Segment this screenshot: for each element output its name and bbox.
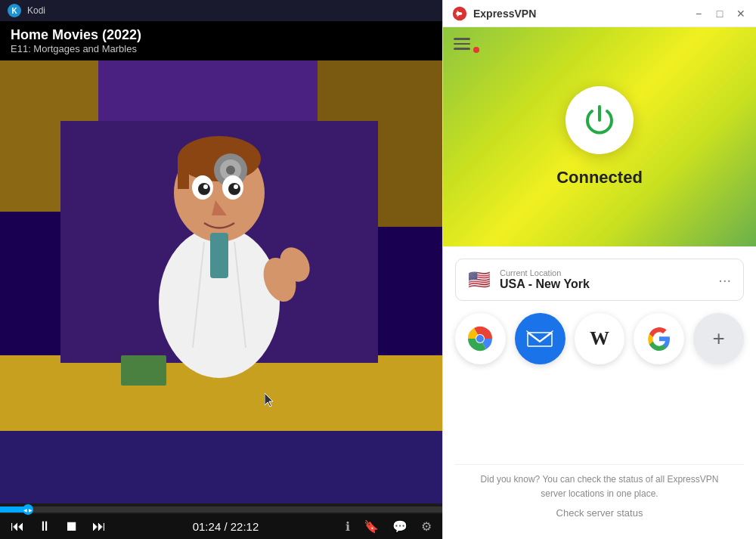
menu-line-3 xyxy=(454,48,470,50)
vpn-shortcuts-row: W + xyxy=(455,313,744,364)
svg-point-18 xyxy=(203,184,208,189)
vpn-maximize-button[interactable]: □ xyxy=(714,8,726,20)
svg-rect-10 xyxy=(178,159,189,189)
gmail-icon xyxy=(526,328,553,349)
vpn-location-card[interactable]: 🇺🇸 Current Location USA - New York ··· xyxy=(455,259,744,301)
vpn-header: Connected xyxy=(443,27,756,246)
svg-rect-27 xyxy=(456,12,462,14)
kodi-title: Kodi xyxy=(27,5,45,16)
expressvpn-logo xyxy=(452,6,467,21)
vpn-location-label: Current Location xyxy=(500,268,709,277)
svg-rect-20 xyxy=(210,233,228,278)
vpn-shortcut-add[interactable]: + xyxy=(693,313,744,364)
kodi-time-display: 01:24 / 22:12 xyxy=(106,520,345,533)
svg-point-19 xyxy=(234,184,238,189)
vpn-window-controls: − □ ✕ xyxy=(692,8,747,20)
vpn-section: ExpressVPN − □ ✕ xyxy=(442,0,756,539)
vpn-body: 🇺🇸 Current Location USA - New York ··· xyxy=(443,246,756,539)
kodi-progress-area xyxy=(0,503,442,514)
plus-icon: + xyxy=(712,328,724,349)
vpn-footer-info: Did you know? You can check the status o… xyxy=(470,472,729,501)
kodi-seekbar-thumb[interactable] xyxy=(23,504,33,515)
kodi-current-time: 01:24 xyxy=(193,520,222,533)
kodi-settings-icon[interactable]: ⚙ xyxy=(421,519,432,534)
svg-rect-25 xyxy=(121,355,166,386)
kodi-rewind-button[interactable]: ⏮ xyxy=(11,519,24,534)
vpn-close-button[interactable]: ✕ xyxy=(735,8,747,20)
vpn-location-info: Current Location USA - New York xyxy=(500,268,709,291)
vpn-minimize-button[interactable]: − xyxy=(692,8,705,20)
svg-point-13 xyxy=(226,166,235,175)
vpn-location-name: USA - New York xyxy=(500,277,709,291)
vpn-footer: Did you know? You can check the status o… xyxy=(455,464,744,527)
kodi-logo-icon: K xyxy=(8,4,21,17)
menu-line-2 xyxy=(454,43,470,45)
kodi-forward-button[interactable]: ⏭ xyxy=(92,519,106,534)
svg-point-17 xyxy=(228,183,240,195)
vpn-shortcut-google[interactable] xyxy=(634,313,684,364)
svg-point-16 xyxy=(198,183,210,195)
kodi-subtitles-icon[interactable]: 💬 xyxy=(392,519,407,534)
check-server-status-link[interactable]: Check server status xyxy=(556,507,643,519)
google-icon xyxy=(647,327,671,351)
vpn-shortcut-wikipedia[interactable]: W xyxy=(575,313,625,364)
kodi-pause-button[interactable]: ⏸ xyxy=(38,519,51,534)
kodi-time-separator: / xyxy=(224,520,230,533)
notification-dot xyxy=(473,47,479,53)
menu-line-1 xyxy=(454,38,470,40)
vpn-more-options-button[interactable]: ··· xyxy=(718,271,731,289)
kodi-seekbar[interactable] xyxy=(0,506,442,513)
vpn-spacer xyxy=(455,379,744,464)
svg-point-31 xyxy=(476,335,484,342)
power-icon xyxy=(581,102,618,138)
kodi-info-icon[interactable]: ℹ xyxy=(345,519,350,534)
vpn-shortcut-gmail[interactable] xyxy=(515,313,565,364)
kodi-right-icons: ℹ 🔖 💬 ⚙ xyxy=(345,519,432,534)
vpn-menu-button[interactable] xyxy=(454,38,470,50)
kodi-video-area xyxy=(0,60,442,503)
kodi-total-time: 22:12 xyxy=(231,520,259,533)
vpn-power-button[interactable] xyxy=(565,86,634,154)
vpn-connected-label: Connected xyxy=(556,168,643,187)
kodi-titlebar: K Kodi xyxy=(0,0,442,21)
kodi-control-buttons: ⏮ ⏸ ⏹ ⏭ xyxy=(11,519,106,534)
kodi-episode: E11: Mortgages and Marbles xyxy=(11,43,432,54)
vpn-shortcut-chrome[interactable] xyxy=(455,313,506,364)
kodi-controls-bar: ⏮ ⏸ ⏹ ⏭ 01:24 / 22:12 ℹ 🔖 💬 ⚙ xyxy=(0,514,442,539)
hamburger-icon xyxy=(454,38,470,50)
vpn-title: ExpressVPN xyxy=(473,8,536,20)
wikipedia-w-icon: W xyxy=(590,327,609,350)
kodi-movie-title: Home Movies (2022) xyxy=(11,27,432,43)
vpn-titlebar: ExpressVPN − □ ✕ xyxy=(443,0,756,27)
kodi-stop-button[interactable]: ⏹ xyxy=(65,519,79,534)
kodi-section: K Kodi Home Movies (2022) E11: Mortgages… xyxy=(0,0,442,539)
kodi-movie-info: Home Movies (2022) E11: Mortgages and Ma… xyxy=(0,21,442,60)
main-container: K Kodi Home Movies (2022) E11: Mortgages… xyxy=(0,0,756,539)
kodi-bookmark-icon[interactable]: 🔖 xyxy=(364,519,379,534)
vpn-title-area: ExpressVPN xyxy=(452,6,536,21)
vpn-flag-icon: 🇺🇸 xyxy=(468,269,491,290)
chrome-icon xyxy=(466,325,494,352)
